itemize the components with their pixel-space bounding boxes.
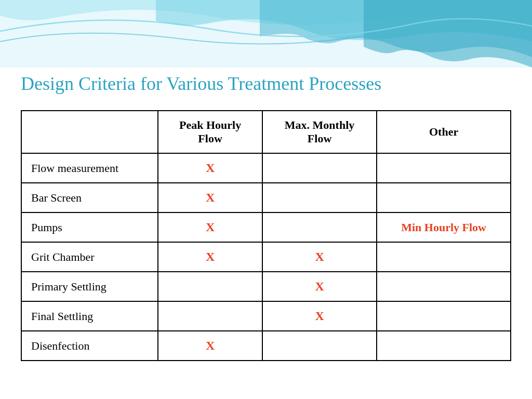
max-monthly-value <box>262 331 377 361</box>
table-row: Final SettlingX <box>21 301 511 331</box>
header-peak-hourly-flow: Peak Hourly Flow <box>158 111 262 153</box>
peak-hourly-value: X <box>158 183 262 212</box>
process-label: Disenfection <box>21 331 158 361</box>
other-value <box>377 242 511 272</box>
table-row: Bar ScreenX <box>21 183 511 212</box>
header-other: Other <box>377 111 511 153</box>
page-title: Design Criteria for Various Treatment Pr… <box>21 73 511 95</box>
max-monthly-value: X <box>262 242 377 272</box>
process-label: Final Settling <box>21 301 158 331</box>
max-monthly-value: X <box>262 301 377 331</box>
process-label: Pumps <box>21 212 158 242</box>
other-value: Min Hourly Flow <box>377 212 511 242</box>
other-value <box>377 331 511 361</box>
peak-hourly-value: X <box>158 153 262 183</box>
max-monthly-value <box>262 212 377 242</box>
peak-hourly-value: X <box>158 212 262 242</box>
peak-hourly-value <box>158 272 262 301</box>
design-criteria-table: Peak Hourly Flow Max. Monthly Flow Other… <box>21 110 511 361</box>
process-label: Flow measurement <box>21 153 158 183</box>
peak-hourly-value <box>158 301 262 331</box>
process-label: Bar Screen <box>21 183 158 212</box>
header-process <box>21 111 158 153</box>
other-value <box>377 183 511 212</box>
max-monthly-value <box>262 183 377 212</box>
other-value <box>377 272 511 301</box>
max-monthly-value <box>262 153 377 183</box>
process-label: Primary Settling <box>21 272 158 301</box>
peak-hourly-value: X <box>158 242 262 272</box>
table-row: Primary SettlingX <box>21 272 511 301</box>
process-label: Grit Chamber <box>21 242 158 272</box>
peak-hourly-value: X <box>158 331 262 361</box>
table-row: PumpsXMin Hourly Flow <box>21 212 511 242</box>
other-value <box>377 301 511 331</box>
table-row: DisenfectionX <box>21 331 511 361</box>
other-value <box>377 153 511 183</box>
table-row: Grit ChamberXX <box>21 242 511 272</box>
header-max-monthly-flow: Max. Monthly Flow <box>262 111 377 153</box>
table-row: Flow measurementX <box>21 153 511 183</box>
max-monthly-value: X <box>262 272 377 301</box>
